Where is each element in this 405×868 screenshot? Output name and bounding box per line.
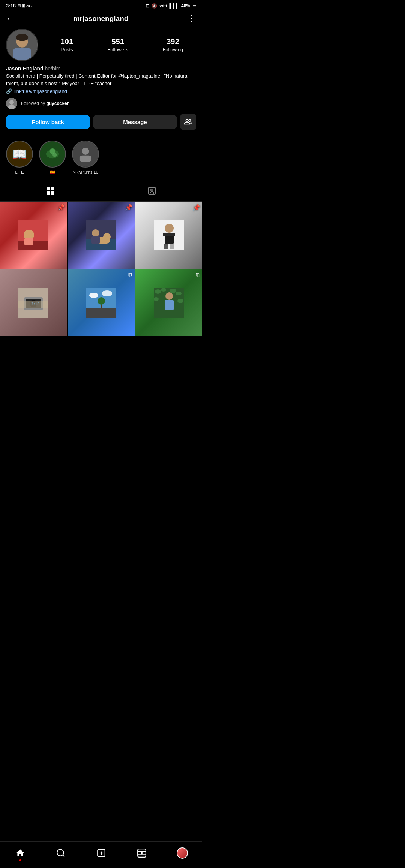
battery-text: 46% bbox=[181, 3, 190, 9]
add-friend-button[interactable] bbox=[180, 114, 196, 130]
display-name: Jason England he/him bbox=[6, 66, 196, 72]
following-stat[interactable]: 392 Following bbox=[162, 37, 183, 53]
grid-item-6[interactable]: ⧉ bbox=[135, 269, 202, 337]
photo-grid: 📌 📌 bbox=[0, 202, 202, 336]
bio-text: Socialist nerd | Perpetually tired | Con… bbox=[6, 72, 196, 87]
svg-point-54 bbox=[170, 289, 176, 293]
grid-tab-icon bbox=[46, 186, 55, 195]
followed-by-username[interactable]: guycocker bbox=[46, 101, 69, 106]
link-text: linktr.ee/mrjasonengland bbox=[14, 88, 67, 94]
grid-item-2[interactable]: 📌 bbox=[68, 202, 135, 269]
tagged-tab-icon bbox=[147, 186, 156, 195]
status-icons: ⊞ ▣ m • bbox=[17, 3, 33, 8]
svg-rect-6 bbox=[8, 105, 15, 109]
svg-rect-16 bbox=[47, 187, 50, 190]
followers-stat[interactable]: 551 Followers bbox=[107, 37, 128, 53]
profile-tabs bbox=[0, 181, 202, 202]
pronouns: he/him bbox=[45, 66, 60, 72]
tab-grid[interactable] bbox=[0, 181, 101, 201]
link-icon: 🔗 bbox=[6, 88, 12, 94]
highlight-nrm-label: NRM turns 10 bbox=[73, 170, 98, 174]
posts-label: Posts bbox=[61, 47, 73, 52]
status-time: 3:18 ⊞ ▣ m • bbox=[6, 3, 33, 9]
grid-item-4[interactable]: 3:18 bbox=[0, 269, 67, 337]
add-person-icon bbox=[184, 118, 192, 126]
svg-point-34 bbox=[165, 224, 174, 233]
action-buttons: Follow back Message bbox=[6, 114, 196, 130]
posts-stat[interactable]: 101 Posts bbox=[61, 37, 73, 53]
svg-point-29 bbox=[103, 233, 111, 241]
dot-icon: • bbox=[31, 4, 33, 8]
svg-point-21 bbox=[151, 189, 153, 191]
highlight-spain[interactable]: 🇪🇸 bbox=[39, 141, 66, 175]
full-name: Jason England bbox=[6, 66, 44, 72]
followed-by-text: Followed by guycocker bbox=[21, 101, 69, 106]
following-count: 392 bbox=[162, 37, 183, 46]
m-icon: m bbox=[26, 4, 30, 8]
grid-icon: ⊞ bbox=[17, 3, 21, 8]
pin-icon-2: 📌 bbox=[125, 204, 132, 211]
profile-header: ← mrjasonengland ⋮ bbox=[0, 10, 202, 27]
svg-rect-15 bbox=[80, 156, 91, 162]
svg-point-52 bbox=[155, 289, 161, 294]
svg-rect-38 bbox=[170, 244, 174, 249]
followers-count: 551 bbox=[107, 37, 128, 46]
svg-rect-17 bbox=[51, 187, 54, 190]
svg-point-57 bbox=[177, 299, 183, 303]
followers-label: Followers bbox=[107, 47, 128, 52]
svg-rect-46 bbox=[86, 308, 116, 318]
svg-rect-19 bbox=[51, 191, 54, 195]
svg-rect-36 bbox=[163, 233, 175, 236]
svg-point-5 bbox=[9, 100, 14, 105]
profile-section: 101 Posts 551 Followers 392 Following Ja… bbox=[0, 27, 202, 135]
time-text: 3:18 bbox=[6, 3, 16, 9]
grid-item-5[interactable]: ⧉ bbox=[68, 269, 135, 337]
posts-count: 101 bbox=[61, 37, 73, 46]
status-indicators: ⊡ 🔇 wifi ▌▌▌ 46% ▭ bbox=[146, 3, 196, 9]
wifi-icon: wifi bbox=[159, 3, 167, 9]
svg-rect-59 bbox=[165, 300, 174, 310]
avatar-image bbox=[7, 30, 38, 60]
svg-point-53 bbox=[161, 288, 166, 292]
svg-rect-44 bbox=[18, 301, 48, 308]
svg-rect-25 bbox=[24, 238, 33, 245]
svg-point-50 bbox=[98, 297, 105, 305]
follow-back-button[interactable]: Follow back bbox=[6, 115, 90, 129]
follower-avatar bbox=[6, 98, 17, 109]
highlights-section: 📖 LIFE 🇪🇸 bbox=[0, 135, 202, 178]
svg-point-55 bbox=[176, 292, 182, 295]
pin-icon-3: 📌 bbox=[193, 204, 200, 211]
gallery-icon: ⊡ bbox=[146, 3, 149, 9]
highlight-life[interactable]: 📖 LIFE bbox=[6, 141, 33, 175]
svg-rect-31 bbox=[92, 236, 100, 244]
bio-section: Jason England he/him Socialist nerd | Pe… bbox=[6, 66, 196, 94]
status-bar: 3:18 ⊞ ▣ m • ⊡ 🔇 wifi ▌▌▌ 46% ▭ bbox=[0, 0, 202, 10]
svg-point-48 bbox=[102, 290, 112, 296]
multi-icon-5: ⧉ bbox=[128, 272, 132, 278]
media-icon: ▣ bbox=[22, 4, 25, 8]
svg-point-30 bbox=[92, 229, 99, 237]
highlight-nrm-img bbox=[73, 141, 98, 168]
message-button[interactable]: Message bbox=[93, 115, 177, 129]
grid-item-3[interactable]: 📌 bbox=[135, 202, 202, 269]
grid-item-1[interactable]: 📌 bbox=[0, 202, 67, 269]
more-options-button[interactable]: ⋮ bbox=[188, 14, 196, 24]
svg-rect-1 bbox=[13, 48, 31, 60]
avatar[interactable] bbox=[6, 29, 38, 61]
highlight-nrm[interactable]: NRM turns 10 bbox=[72, 141, 99, 175]
back-button[interactable]: ← bbox=[6, 14, 14, 24]
mute-icon: 🔇 bbox=[152, 3, 157, 9]
highlight-spain-img bbox=[40, 141, 65, 168]
book-icon: 📖 bbox=[12, 147, 27, 161]
pin-icon-1: 📌 bbox=[57, 204, 65, 211]
bio-link[interactable]: 🔗 linktr.ee/mrjasonengland bbox=[6, 88, 196, 94]
svg-rect-18 bbox=[47, 191, 50, 195]
svg-point-47 bbox=[89, 293, 98, 298]
svg-point-3 bbox=[16, 34, 28, 41]
highlight-life-label: LIFE bbox=[15, 170, 24, 174]
tab-tagged[interactable] bbox=[101, 181, 202, 201]
svg-rect-37 bbox=[164, 244, 168, 249]
svg-point-12 bbox=[52, 153, 57, 157]
avatar-svg bbox=[7, 29, 38, 61]
svg-point-58 bbox=[165, 292, 173, 300]
